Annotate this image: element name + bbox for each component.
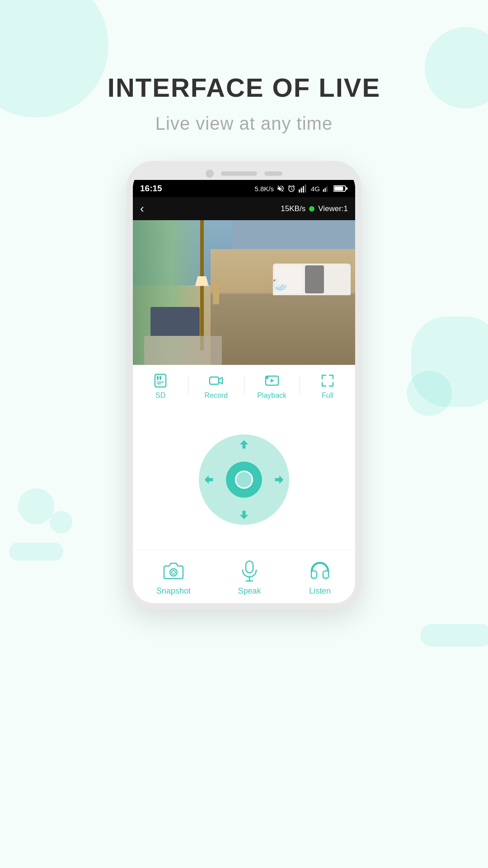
svg-rect-0 [299, 189, 300, 193]
page-title: INTERFACE OF LIVE [0, 72, 488, 103]
svg-rect-8 [346, 187, 348, 189]
dpad-down-button[interactable] [238, 509, 250, 521]
dpad-up-button[interactable] [238, 438, 250, 451]
svg-rect-9 [334, 187, 343, 191]
svg-rect-3 [305, 184, 306, 193]
lamp-pole [213, 282, 219, 304]
record-label: Record [205, 392, 228, 400]
svg-rect-11 [157, 376, 159, 380]
fullscreen-icon [319, 373, 336, 389]
toolbar-sd-button[interactable]: SD [133, 373, 188, 400]
svg-rect-14 [157, 383, 161, 384]
control-area [133, 405, 355, 550]
listen-icon [308, 559, 332, 583]
status-speed: 5.8K/s [254, 185, 274, 193]
bg-blob-8 [420, 624, 488, 646]
status-network: 4G [311, 185, 320, 193]
full-label: Full [322, 392, 333, 400]
bottom-nav: Snapshot Speak [133, 550, 355, 603]
page-subtitle: Live view at any time [0, 113, 488, 134]
rug [144, 336, 222, 365]
nav-snapshot-button[interactable]: Snapshot [156, 559, 191, 596]
speak-label: Speak [238, 586, 261, 596]
toolbar-record-button[interactable]: Record [188, 373, 244, 400]
sd-label: SD [155, 392, 165, 400]
sd-icon [152, 373, 169, 389]
snapshot-label: Snapshot [156, 586, 191, 596]
mute-icon [277, 184, 285, 193]
room-scene: 🦢 [133, 220, 355, 365]
header-section: INTERFACE OF LIVE Live view at any time [0, 0, 488, 161]
listen-label: Listen [309, 586, 331, 596]
alarm-icon [287, 184, 296, 193]
dpad-container [199, 434, 289, 525]
back-button[interactable]: ‹ [140, 202, 144, 216]
signal-icon-2 [323, 184, 331, 193]
svg-rect-5 [325, 188, 326, 192]
phone-top-bar [133, 167, 355, 180]
record-icon [208, 373, 224, 389]
phone-frame: 16:15 5.8K/s 4G [127, 161, 361, 609]
svg-point-19 [172, 571, 175, 574]
snapshot-icon [162, 559, 185, 583]
svg-point-18 [170, 569, 177, 576]
svg-rect-20 [246, 561, 253, 573]
bed-cover [211, 292, 355, 365]
dpad-center-dot [235, 471, 253, 489]
bandwidth-label: 15KB/s [281, 204, 305, 213]
svg-rect-1 [301, 188, 302, 193]
battery-icon [333, 184, 348, 193]
svg-rect-2 [303, 186, 304, 193]
svg-rect-15 [210, 377, 219, 384]
pillow-2 [327, 265, 349, 293]
nav-listen-button[interactable]: Listen [308, 559, 332, 596]
phone-speaker [221, 171, 257, 176]
dpad-left-button[interactable] [202, 473, 215, 486]
svg-rect-13 [157, 382, 164, 382]
signal-icon [298, 184, 308, 193]
svg-rect-4 [323, 189, 324, 192]
status-bar: 16:15 5.8K/s 4G [133, 180, 355, 197]
status-time: 16:15 [140, 184, 162, 193]
toolbar-full-button[interactable]: Full [300, 373, 355, 400]
app-topbar: ‹ 15KB/s Viewer:1 [133, 197, 355, 220]
pillow-dark [305, 265, 324, 293]
viewer-count: Viewer:1 [318, 204, 348, 213]
svg-rect-17 [266, 376, 268, 379]
phone-wrapper: 16:15 5.8K/s 4G [0, 161, 488, 609]
speak-icon [238, 559, 261, 583]
dpad-right-button[interactable] [273, 473, 286, 486]
svg-rect-12 [160, 376, 161, 380]
phone-speaker2 [264, 171, 282, 176]
towel-decoration: 🦢 [272, 277, 288, 292]
bottom-toolbar: SD Record [133, 365, 355, 405]
dpad-center-button[interactable] [226, 462, 262, 498]
nav-speak-button[interactable]: Speak [238, 559, 261, 596]
toolbar-playback-button[interactable]: Playback [244, 373, 300, 400]
dpad-outer [199, 434, 289, 525]
camera-feed: 🦢 [133, 220, 355, 365]
playback-label: Playback [257, 392, 286, 400]
sofa [150, 307, 199, 336]
status-right: 5.8K/s 4G [254, 184, 348, 193]
viewer-status-dot [309, 206, 314, 212]
svg-rect-6 [326, 187, 327, 192]
playback-icon [264, 373, 280, 389]
phone-camera [206, 170, 214, 178]
viewer-info: 15KB/s Viewer:1 [281, 204, 348, 213]
